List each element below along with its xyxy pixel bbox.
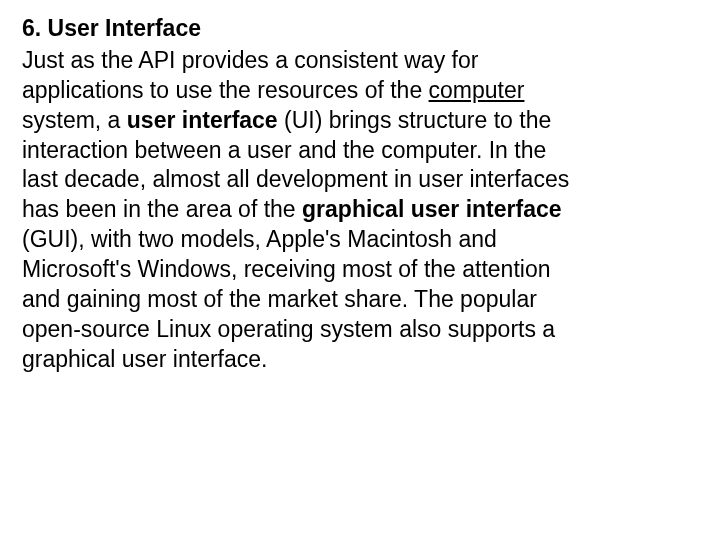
bold-user-interface: user interface	[127, 107, 278, 133]
text-segment: Just as the API provides a consistent wa…	[22, 47, 478, 103]
text-segment: system, a	[22, 107, 120, 133]
section-heading: 6. User Interface	[22, 14, 700, 44]
document-page: 6. User Interface Just as the API provid…	[0, 0, 720, 395]
link-computer[interactable]: computer	[429, 77, 525, 103]
text-segment: (GUI), with two models, Apple's Macintos…	[22, 226, 555, 372]
section-body: Just as the API provides a consistent wa…	[22, 46, 582, 375]
bold-graphical-user-interface: graphical user interface	[302, 196, 562, 222]
